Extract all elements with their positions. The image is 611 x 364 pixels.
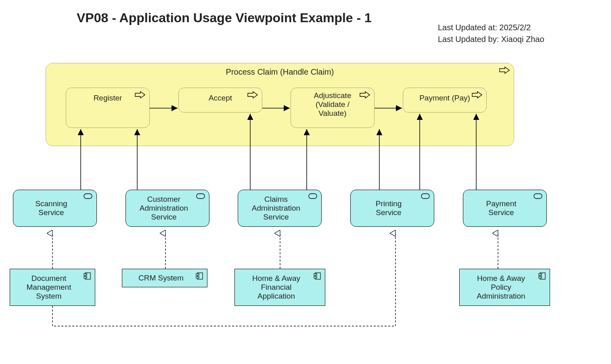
service-icon [421,193,430,199]
service-scanning: Scanning Service [13,190,97,227]
svg-rect-10 [196,276,199,278]
svg-rect-7 [84,276,87,278]
svg-rect-12 [314,274,317,275]
updated-at-value: 2025/2/2 [499,23,531,32]
service-icon [196,193,205,199]
component-doc-mgmt-label: Document Management System [27,274,71,301]
component-crm-label: CRM System [138,274,184,282]
step-accept: Accept [178,88,262,113]
svg-rect-13 [314,276,317,278]
service-icon [534,193,542,199]
step-register: Register [66,88,150,128]
svg-rect-9 [196,274,199,275]
step-adjusticate: Adjusticate (Validate / Valuate) [291,88,375,128]
component-doc-mgmt: Document Management System [10,269,95,306]
updated-by-label: Last Updated by: [438,35,501,44]
svg-rect-15 [538,274,542,275]
component-icon [196,272,203,280]
step-payment-label: Payment (Pay) [419,94,470,102]
component-policy-admin-label: Home & Away Policy Administration [477,274,525,301]
process-arrow-icon [135,91,145,98]
diagram-metadata: Last Updated at: 2025/2/2 Last Updated b… [438,22,544,45]
service-printing: Printing Service [350,190,434,227]
svg-rect-6 [84,274,87,275]
component-financial-app-label: Home & Away Financial Application [252,274,300,301]
service-scanning-label: Scanning Service [35,199,67,217]
svg-rect-16 [538,276,542,278]
service-customer-admin: Customer Administration Service [126,190,209,227]
process-arrow-icon [360,91,370,98]
process-arrow-icon [472,91,482,98]
component-icon [314,272,321,280]
svg-rect-4 [534,194,542,199]
component-policy-admin: Home & Away Policy Administration [459,269,550,306]
svg-rect-1 [197,194,205,199]
process-claim-label: Process Claim (Handle Claim) [46,67,514,77]
svg-rect-2 [309,194,317,199]
service-payment: Payment Service [463,190,547,227]
service-icon [84,193,92,199]
service-claims-admin: Claims Administration Service [238,190,322,227]
service-printing-label: Printing Service [376,199,402,217]
step-register-label: Register [94,94,122,102]
component-icon [538,272,546,280]
svg-rect-3 [421,194,429,199]
service-payment-label: Payment Service [486,199,517,217]
svg-rect-0 [84,194,92,199]
connectors-layer [0,0,611,364]
updated-by-value: Xiaoqi Zhao [501,35,544,44]
service-icon [308,193,317,199]
component-financial-app: Home & Away Financial Application [234,269,325,306]
diagram-title: VP08 - Application Usage Viewpoint Examp… [77,10,372,25]
step-adjusticate-label: Adjusticate (Validate / Valuate) [314,91,352,117]
process-arrow-icon [499,67,510,74]
step-payment: Payment (Pay) [403,88,487,113]
component-crm: CRM System [122,269,207,287]
step-accept-label: Accept [209,94,232,102]
service-customer-admin-label: Customer Administration Service [140,195,188,222]
updated-at-label: Last Updated at: [438,23,499,32]
service-claims-admin-label: Claims Administration Service [252,195,300,222]
process-arrow-icon [247,91,258,98]
component-icon [84,272,91,280]
